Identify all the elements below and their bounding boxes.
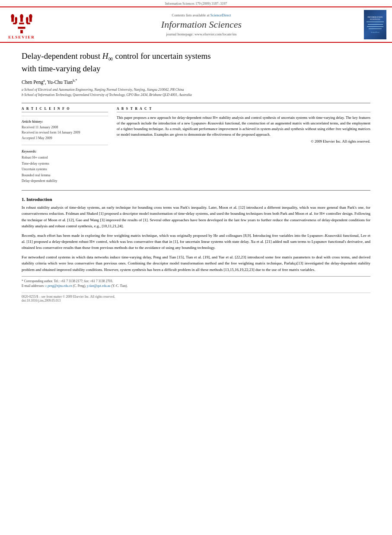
journal-cover: INFORMATION SCIENCES ScienceDirect: [364, 10, 388, 39]
intro-para1: In robust stability analysis of time-del…: [22, 204, 370, 229]
sciencedirect-line: Contents lists available at ScienceDirec…: [43, 13, 360, 17]
authors: Chen Penga, Yu-Chu Tianb,*: [22, 79, 370, 85]
elsevier-tree-icon: [9, 10, 35, 34]
body-content: 1. Introduction In robust stability anal…: [22, 197, 370, 273]
page-footer: 0020-0255/$ – see front matter © 2009 El…: [22, 293, 370, 303]
svg-rect-1: [18, 26, 25, 29]
footnote-email2-name: (Y.-C. Tian).: [111, 284, 127, 288]
journal-homepage: journal homepage: www.elsevier.com/locat…: [43, 32, 360, 36]
intro-para3: For networked control systems in which d…: [22, 254, 370, 273]
svg-rect-0: [20, 30, 23, 33]
divider-thick: [22, 103, 370, 103]
affil-a: a School of Electrical and Automation En…: [22, 87, 370, 92]
author2-prefix: , Yu-Chu Tian: [45, 80, 73, 85]
footer-doi: doi:10.1016/j.ins.2009.05.013: [22, 299, 370, 303]
accepted: Accepted 3 May 2009: [22, 136, 108, 141]
footnote-email1[interactable]: c.peng@njnu.edu.cn: [45, 284, 72, 288]
svg-point-14: [26, 17, 29, 21]
contents-label: Contents lists available at: [172, 13, 210, 17]
footnote-section: * Corresponding author. Tel.: +61 7 3138…: [22, 276, 370, 289]
title-part3: with time-varying delay: [22, 64, 101, 73]
elsevier-wordmark: ELSEVIER: [8, 35, 35, 39]
article-info-col: A R T I C L E I N F O Article history: R…: [22, 107, 108, 184]
two-columns-section: A R T I C L E I N F O Article history: R…: [22, 107, 370, 184]
citation-line: Information Sciences 179 (2009) 3187–319…: [0, 0, 392, 6]
section-divider: [22, 190, 370, 191]
abstract-header: A B S T R A C T: [117, 107, 370, 112]
history-label: Article history:: [22, 120, 108, 124]
svg-point-10: [20, 14, 23, 19]
cover-title: INFORMATION SCIENCES: [365, 16, 385, 20]
cover-image: INFORMATION SCIENCES ScienceDirect: [364, 10, 386, 39]
journal-title: Information Sciences: [43, 19, 360, 30]
svg-point-13: [15, 17, 17, 21]
journal-header: ELSEVIER Contents lists available at Sci…: [0, 6, 392, 43]
abstract-copyright: © 2009 Elsevier Inc. All rights reserved…: [117, 139, 370, 143]
affiliations: a School of Electrical and Automation En…: [22, 87, 370, 98]
abstract-text: This paper proposes a new approach for d…: [117, 115, 370, 138]
article-info-divider: [22, 116, 108, 116]
svg-rect-4: [19, 22, 24, 24]
intro-para2: Recently, much effort has been made in e…: [22, 232, 370, 251]
footnote-email1-name: (C. Peng),: [73, 284, 86, 288]
article-title: Delay-dependent robust H∞ control for un…: [22, 51, 370, 74]
main-content: Delay-dependent robust H∞ control for un…: [0, 51, 392, 303]
kw5: Delay-dependent stability: [22, 178, 108, 184]
footnote-email2[interactable]: y.tian@qut.edu.au: [87, 284, 111, 288]
svg-point-8: [11, 14, 14, 19]
article-info-header: A R T I C L E I N F O: [22, 107, 108, 112]
elsevier-logo: ELSEVIER: [4, 10, 39, 39]
footnote-star: *: [22, 279, 23, 283]
title-part1: Delay-dependent robust: [22, 51, 102, 61]
author2-sup: b,*: [73, 79, 77, 83]
kw1: Robust H∞ control: [22, 155, 108, 161]
keywords-divider: [22, 145, 108, 145]
footnote-text: * Corresponding author. Tel.: +61 7 3138…: [22, 279, 370, 289]
author1-name: Chen Peng: [22, 80, 43, 85]
kw2: Time-delay systems: [22, 161, 108, 167]
intro-title-text: Introduction: [26, 197, 52, 202]
title-inf: ∞: [108, 55, 113, 62]
footer-issn: 0020-0255/$ – see front matter © 2009 El…: [22, 295, 370, 299]
keywords-list: Robust H∞ control Time-delay systems Unc…: [22, 155, 108, 184]
sciencedirect-link[interactable]: ScienceDirect: [210, 13, 231, 17]
abstract-col: A B S T R A C T This paper proposes a ne…: [117, 107, 370, 184]
title-h: H: [102, 51, 108, 61]
svg-point-9: [29, 14, 32, 19]
kw4: Bounded real lemma: [22, 172, 108, 178]
journal-center: Contents lists available at ScienceDirec…: [39, 13, 364, 36]
intro-title: 1. Introduction: [22, 197, 370, 202]
received-revised: Received in revised form 14 January 2009: [22, 130, 108, 136]
page: Information Sciences 179 (2009) 3187–319…: [0, 0, 392, 535]
received1: Received 11 January 2008: [22, 125, 108, 131]
title-part2: control for uncertain systems: [115, 51, 211, 61]
citation-text: Information Sciences 179 (2009) 3187–319…: [165, 2, 227, 6]
affil-b: b School of Information Technology, Quee…: [22, 92, 370, 98]
intro-number: 1.: [22, 197, 25, 202]
footnote-email-label: E-mail addresses:: [22, 284, 45, 288]
kw3: Uncertain systems: [22, 166, 108, 172]
keywords-label: Keywords:: [22, 150, 108, 153]
footnote-corresponding: Corresponding author. Tel.: +61 7 3138 2…: [24, 279, 113, 283]
